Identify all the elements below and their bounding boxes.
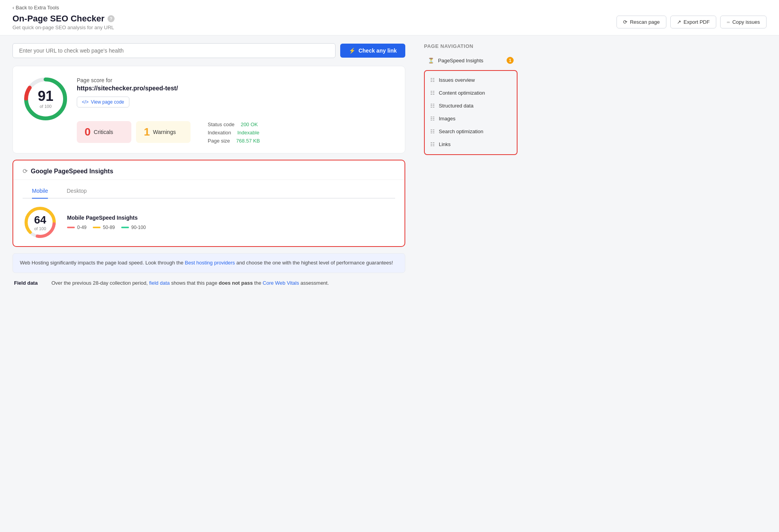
sidebar-item-structured[interactable]: ☷ Structured data [426, 100, 515, 112]
score-number: 91 [38, 89, 53, 103]
criticals-badge: 0 Criticals [77, 121, 131, 143]
pagespeed-badge: 1 [507, 57, 514, 64]
field-text-middle: shows that this page [171, 280, 219, 286]
status-code-label: Status code [208, 122, 235, 127]
tab-desktop[interactable]: Desktop [67, 185, 87, 199]
copy-label: Copy issues [732, 19, 760, 25]
sidebar: Page navigation ⏳ PageSpeed Insights 1 ☷… [424, 43, 518, 287]
mobile-score-number: 64 [34, 214, 46, 226]
sidebar-search-label: Search optimization [439, 129, 483, 134]
grid-icon: ☷ [430, 103, 435, 109]
rescan-button[interactable]: ⟳ Rescan page [616, 16, 666, 28]
score-of-label: of 100 [38, 104, 53, 109]
sidebar-structured-label: Structured data [439, 103, 473, 109]
export-label: Export PDF [684, 19, 710, 25]
lightning-icon: ⚡ [349, 48, 355, 54]
top-bar: ‹ Back to Extra Tools On-Page SEO Checke… [0, 0, 779, 35]
legend-item-low: 0-49 [67, 225, 87, 230]
pagespeed-title: Google PageSpeed Insights [31, 168, 113, 175]
help-icon[interactable]: ? [108, 15, 115, 22]
rescan-icon: ⟳ [623, 19, 627, 25]
sidebar-issues-label: Issues overview [439, 77, 475, 83]
field-data-label: Field data [14, 279, 45, 287]
field-data-row: Field data Over the previous 28-day coll… [12, 279, 405, 287]
legend-label-low: 0-49 [77, 225, 87, 230]
url-bar: ⚡ Check any link [12, 43, 405, 58]
sidebar-item-pagespeed[interactable]: ⏳ PageSpeed Insights 1 [424, 54, 518, 67]
field-text-after: the [254, 280, 263, 286]
title-text: On-Page SEO Checker [12, 14, 104, 24]
view-code-label: View page code [91, 99, 124, 105]
back-link[interactable]: ‹ Back to Extra Tools [12, 5, 767, 11]
list-icon: ☷ [430, 77, 435, 83]
banner-text-after: and choose the one with the highest leve… [237, 260, 393, 266]
score-circle: 91 of 100 [22, 76, 69, 122]
sidebar-nav-box: ☷ Issues overview ☷ Content optimization… [424, 70, 518, 155]
legend-label-mid: 50-89 [103, 225, 115, 230]
criticals-number: 0 [85, 126, 91, 138]
sidebar-links-label: Links [439, 141, 450, 147]
page-score-label: Page score for [77, 77, 260, 83]
mobile-score-circle: 64 of 100 [23, 205, 58, 240]
metrics-row: 0 Criticals 1 Warnings [77, 121, 191, 143]
sidebar-images-label: Images [439, 116, 456, 122]
pagespeed-tabs: Mobile Desktop [23, 180, 395, 198]
speedometer-icon: ⏳ [428, 58, 434, 63]
sidebar-content-label: Content optimization [439, 90, 485, 96]
check-label: Check any link [359, 48, 397, 54]
sidebar-item-issues[interactable]: ☷ Issues overview [426, 74, 515, 86]
mobile-label: Mobile PageSpeed Insights [67, 215, 146, 221]
field-text-before: Over the previous 28-day collection peri… [51, 280, 149, 286]
copy-icon: ⎓ [727, 19, 730, 25]
page-size-value: 768.57 KB [236, 138, 260, 144]
score-url: https://sitechecker.pro/speed-test/ [77, 85, 260, 92]
check-link-button[interactable]: ⚡ Check any link [340, 44, 405, 58]
field-data-text: Over the previous 28-day collection peri… [51, 279, 329, 287]
view-code-button[interactable]: </> View page code [77, 97, 129, 107]
pagespeed-card: ⟳ Google PageSpeed Insights Mobile Deskt… [12, 160, 405, 247]
sidebar-item-search[interactable]: ☷ Search optimization [426, 125, 515, 137]
rescan-label: Rescan page [630, 19, 660, 25]
field-data-link[interactable]: field data [149, 280, 170, 286]
legend-row: 0-49 50-89 90-100 [67, 225, 146, 230]
image-icon: ☷ [430, 116, 435, 122]
score-card: 91 of 100 Page score for https://siteche… [12, 66, 405, 153]
sidebar-pagespeed-label: PageSpeed Insights [438, 58, 483, 63]
pagespeed-header: ⟳ Google PageSpeed Insights [13, 160, 405, 180]
field-text-end: assessment. [300, 280, 329, 286]
content-area: ⚡ Check any link 91 of [0, 35, 530, 295]
indexation-value: Indexable [237, 130, 259, 136]
export-pdf-button[interactable]: ↗ Export PDF [670, 16, 716, 28]
search-icon: ☷ [430, 129, 435, 134]
legend-item-mid: 50-89 [93, 225, 115, 230]
legend-dot-high [121, 227, 129, 228]
score-info: Page score for https://sitechecker.pro/s… [77, 76, 260, 144]
info-banner: Web Hosting significantly impacts the pa… [12, 253, 405, 273]
core-web-vitals-link[interactable]: Core Web Vitals [263, 280, 299, 286]
back-link-label: Back to Extra Tools [16, 5, 59, 11]
warnings-badge: 1 Warnings [136, 121, 191, 143]
document-icon: ☷ [430, 90, 435, 96]
legend-label-high: 90-100 [131, 225, 146, 230]
sidebar-item-images[interactable]: ☷ Images [426, 113, 515, 125]
url-input[interactable] [12, 43, 336, 58]
page-title: On-Page SEO Checker ? [12, 14, 115, 24]
field-does-not-pass: does not pass [219, 280, 253, 286]
legend-item-high: 90-100 [121, 225, 146, 230]
pagespeed-icon: ⟳ [23, 167, 28, 175]
sidebar-item-content[interactable]: ☷ Content optimization [426, 87, 515, 99]
copy-issues-button[interactable]: ⎓ Copy issues [720, 16, 767, 28]
best-hosting-link[interactable]: Best hosting providers [185, 260, 235, 266]
sidebar-item-links[interactable]: ☷ Links [426, 138, 515, 150]
tab-mobile[interactable]: Mobile [32, 185, 48, 199]
main-content: ⚡ Check any link 91 of [12, 43, 405, 287]
subtitle: Get quick on-page SEO analysis for any U… [12, 25, 115, 30]
legend-dot-mid [93, 227, 101, 228]
mobile-score-of: of 100 [34, 226, 46, 231]
banner-text-before: Web Hosting significantly impacts the pa… [20, 260, 185, 266]
header-actions: ⟳ Rescan page ↗ Export PDF ⎓ Copy issues [616, 16, 767, 28]
warnings-label: Warnings [153, 129, 176, 135]
page-nav-title: Page navigation [424, 43, 518, 49]
legend-dot-low [67, 227, 75, 228]
warnings-number: 1 [144, 126, 150, 138]
